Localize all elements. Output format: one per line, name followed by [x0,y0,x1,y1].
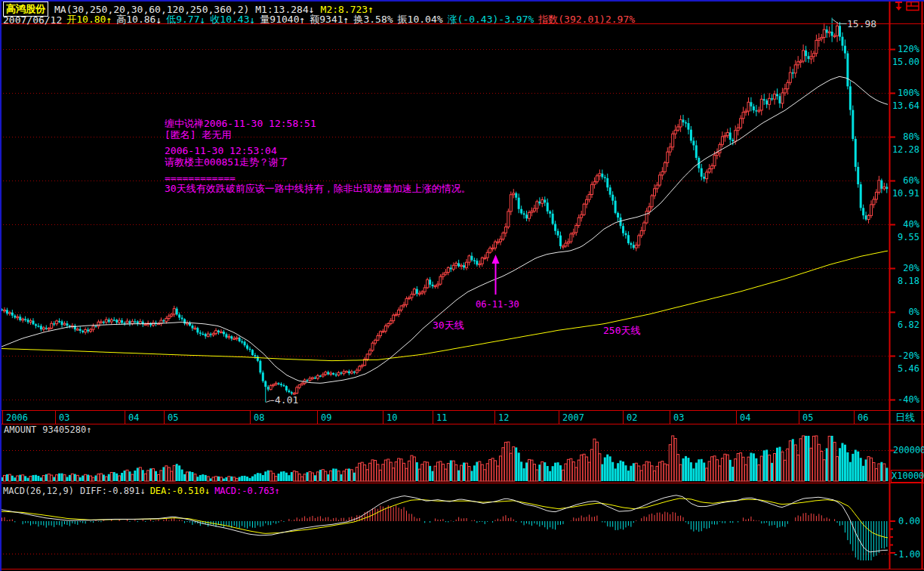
x-axis-tick-label: 06 [858,412,868,423]
x-axis-tick-label: 03 [59,412,69,423]
toolbar-icons [894,1,921,12]
period-label[interactable]: 日线 [895,412,915,423]
stock-chart-window: 高鸿股份 MA(30,250,20,30,60,120,250,360,2) M… [0,0,924,571]
y-axis-percent-label: 60% [891,175,919,186]
x-axis-tick-label: 11 [436,412,447,423]
y-axis-price-label: 5.46 [891,363,919,374]
amount-panel-header: AMOUNT 93405280 ↑ [4,424,91,435]
amount-grid-label: 200000 [893,445,924,455]
ma30-line-label: 30天线 [433,320,464,331]
arrow-date-label: 06-11-30 [476,299,519,310]
y-axis-percent-label: 40% [891,219,919,230]
window-border-left [0,0,2,571]
macd-arrow-icon: ↑ [275,486,280,496]
macd-panel-header: MACD(26,12,9) DIFF:-0.891 ↓ DEA:-0.510 ↓… [3,486,280,496]
ma250-line-label: 250天线 [603,326,640,336]
macd-zero-label: 0.00 [898,516,920,526]
comment-line: 2006-11-30 12:53:04 [165,146,277,156]
x-axis-tick-label: 02 [627,412,637,423]
amplitude-value: 振10.04% [398,13,443,26]
volume-arrow-icon: ↑ [299,14,305,26]
close-value: 收10.43 [210,13,249,26]
comment-line: ============ [165,173,236,184]
amount-arrow-icon: ↑ [86,424,91,435]
change-value: 涨(-0.43)-3.97% [448,13,534,26]
header-line2: 2007/06/12 开10.80 ↑ 高10.86 ↓ 低9.77 ↓ 收10… [3,13,635,26]
x-axis-tick-label: 2007 [562,412,584,423]
comment-line: [匿名] 老无用 [165,130,231,140]
turnover-value: 换3.58% [353,13,393,26]
low-arrow-icon: ↓ [200,14,206,26]
y-axis-percent-label: 0% [891,307,919,317]
low-price-callout: 4.01 [275,395,298,406]
y-axis-percent-label: 20% [891,263,919,273]
date-value: 2007/06/12 [3,14,62,26]
index-value: 指数(392.01)2.97% [538,13,635,26]
y-axis-price-label: 15.00 [891,57,919,67]
amount-unit-label: X10000 [891,470,923,483]
y-axis-percent-label: 100% [891,88,919,98]
open-arrow-icon: ↑ [106,14,112,26]
y-axis-price-label: 10.91 [891,188,919,199]
x-axis-tick-label: 2006 [6,412,28,423]
x-axis-tick-label: 04 [740,412,750,423]
dea-value: DEA:-0.510 [150,486,205,496]
amount-title: AMOUNT [4,424,36,435]
x-axis-tick-label: 08 [254,412,264,423]
diff-value: DIFF:-0.891 [80,486,140,496]
open-value: 开10.80 [66,13,106,26]
amount-panel-value: 93405280 [42,424,86,435]
comment-line: 30天线有效跌破前应该一路中线持有，除非出现放量加速上涨的情况。 [165,184,471,194]
y-axis-price-label: 8.18 [891,276,919,286]
high-price-callout: 15.98 [847,19,876,29]
page-down-icon[interactable] [895,2,902,11]
macd-value: MACD:-0.763 [214,486,274,496]
y-axis-price-label: 13.64 [891,100,919,111]
comment-line: 缠中说禅2006-11-30 12:58:51 [165,119,316,129]
window-border-top [0,0,924,2]
x-axis-tick-label: 05 [802,412,813,423]
y-axis-price-label: 6.82 [891,319,919,330]
y-axis-percent-label: -40% [891,394,919,405]
volume-value: 量91040 [260,13,299,26]
y-axis-price-label: 9.55 [891,232,919,242]
amount-arrow-icon: ↑ [343,14,350,26]
window-layout-icon[interactable] [907,2,919,11]
low-value: 低9.77 [166,13,199,26]
x-axis-tick-label: 05 [168,412,178,423]
dea-arrow-icon: ↓ [205,486,210,496]
x-axis-tick-label: 03 [673,412,684,423]
x-axis-tick-label: 10 [387,412,397,423]
y-axis-percent-label: 120% [891,44,919,54]
y-axis-price-label: 12.28 [891,144,919,155]
macd-title: MACD(26,12,9) [3,486,74,496]
macd-neg-one-label: -1.00 [893,549,920,560]
y-axis-percent-label: -20% [891,350,919,361]
amount-value: 额9341 [310,13,343,26]
high-arrow-icon: ↓ [156,14,162,26]
x-axis-tick-label: 09 [321,412,331,423]
comment-line: 请教楼主000851走势？谢了 [165,157,288,168]
y-axis-percent-label: 80% [891,131,919,142]
x-axis-tick-label: 12 [498,412,509,423]
x-axis-tick-label: 04 [128,412,139,423]
high-value: 高10.86 [116,13,156,26]
diff-arrow-icon: ↓ [140,486,145,496]
close-arrow-icon: ↓ [250,14,256,26]
